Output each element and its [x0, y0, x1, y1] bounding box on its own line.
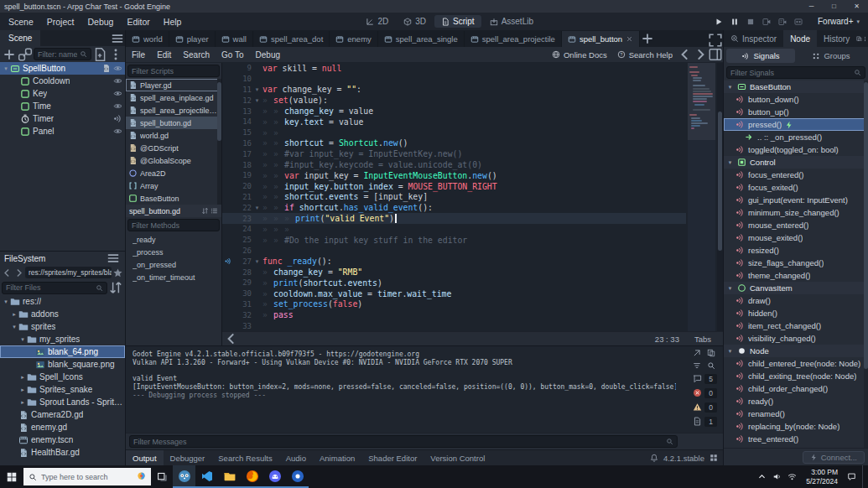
workspace-3d[interactable]: 3D [397, 15, 433, 28]
code-line-18[interactable]: 18»»#input_key.keycode = value.unicode_a… [222, 159, 686, 170]
workspace-script[interactable]: Script [434, 15, 481, 28]
method-item-ready[interactable]: _ready [126, 233, 221, 246]
stop-button[interactable] [743, 15, 758, 29]
scene-node-panel[interactable]: Panel [0, 125, 125, 138]
file-res[interactable]: ▾res:// [0, 295, 125, 308]
script-item-array[interactable]: Array [126, 179, 221, 192]
code-line-28[interactable]: 28»change_key = "RMB" [222, 267, 686, 278]
collapse-arrow-icon[interactable]: ▾ [726, 348, 734, 355]
filter-methods-input[interactable] [132, 221, 216, 230]
code-line-19[interactable]: 19»»var input_key = InputEventMouseButto… [222, 170, 686, 181]
scripts-scrollbar[interactable] [217, 79, 221, 205]
play-button[interactable] [711, 15, 726, 29]
code-line-27[interactable]: 27▾func _ready(): [222, 256, 686, 267]
close-button[interactable]: ✕ [845, 0, 868, 13]
taskbar-search[interactable] [23, 468, 151, 485]
scene-tab-wall[interactable]: wall [216, 31, 253, 47]
file-spell-icons[interactable]: ▸Spell_Icons [0, 371, 125, 383]
collapse-panel-button[interactable] [224, 332, 239, 346]
collapse-arrow-icon[interactable]: ▾ [18, 336, 27, 343]
filesystem-menu-icon[interactable] [106, 252, 121, 266]
code-line-24[interactable]: 24»»» [222, 224, 686, 235]
scene-tab-spell-area-projectile[interactable]: spell_area_projectile [465, 31, 562, 47]
bottom-tab-debugger[interactable]: Debugger [164, 450, 212, 465]
file-blank-64-png[interactable]: blank_64.png [0, 345, 125, 358]
scene-tab-player[interactable]: player [169, 31, 216, 47]
code-line-31[interactable]: 31»set_process(false) [222, 299, 686, 310]
volume-icon[interactable] [772, 472, 782, 481]
script-item-gdscript[interactable]: @GDScript [126, 142, 221, 154]
dock-menu-icon[interactable] [110, 31, 125, 45]
workspace-2d[interactable]: 2D [359, 15, 395, 28]
signal-mouse-exited[interactable]: mouse_exited() [724, 231, 868, 244]
search-output-button[interactable] [705, 360, 717, 371]
code-line-10[interactable]: 10 [222, 74, 686, 85]
online-docs-button[interactable]: Online Docs [547, 50, 612, 60]
collapse-arrow-icon[interactable]: ▾ [2, 299, 10, 305]
clear-output-button[interactable] [691, 347, 703, 358]
file-camera2d-gd[interactable]: Camera2D.gd [0, 408, 125, 421]
eye-icon[interactable] [113, 76, 122, 86]
nav-back-button[interactable] [2, 267, 13, 278]
workspace-assetlib[interactable]: AssetLib [483, 15, 540, 28]
code-line-15[interactable]: 15»» [222, 127, 686, 138]
fold-arrow-icon[interactable]: ▾ [252, 97, 262, 104]
method-item-process[interactable]: _process [126, 246, 221, 258]
current-path[interactable]: res://sprites/my_sprites/bla [25, 267, 112, 278]
panel-layout-icon[interactable] [709, 454, 718, 462]
menu-scene[interactable]: Scene [2, 13, 40, 30]
taskbar-app-godot[interactable] [173, 465, 195, 488]
bottom-tab-animation[interactable]: Animation [313, 450, 361, 465]
signal-child-exiting-tree-node-node[interactable]: child_exiting_tree(node: Node) [724, 370, 868, 382]
collapse-arrow-icon[interactable]: ▾ [726, 159, 734, 166]
close-icon[interactable] [626, 35, 633, 43]
distraction-free-button[interactable] [708, 33, 723, 47]
signal-draw[interactable]: draw() [724, 294, 868, 307]
file-enemy-gd[interactable]: enemy.gd [0, 421, 125, 433]
signal-button-up[interactable]: button_up() [724, 106, 868, 118]
signal-focus-entered[interactable]: focus_entered() [724, 169, 868, 181]
start-button[interactable] [0, 465, 23, 488]
code-line-11[interactable]: 11▾var change_key = "": [222, 85, 686, 96]
script-item-basebutton[interactable]: BaseButton [126, 192, 221, 205]
script-menu-search[interactable]: Search [177, 50, 216, 60]
method-item-on-pressed[interactable]: _on_pressed [126, 258, 221, 271]
menu-debug[interactable]: Debug [81, 13, 120, 30]
eye-icon[interactable] [113, 89, 122, 98]
scene-node-key[interactable]: Key [0, 87, 125, 100]
scene-node-spellbutton[interactable]: ▾SpellButton [0, 62, 125, 75]
scene-tab-world[interactable]: world [126, 31, 169, 47]
copy-output-button[interactable] [705, 347, 717, 358]
pause-button[interactable] [727, 15, 742, 29]
filter-messages-input[interactable] [133, 438, 663, 446]
code-line-22[interactable]: 22▾»»if shortcut.has_valid_event(): [222, 202, 686, 213]
fold-arrow-icon[interactable]: ▾ [252, 86, 262, 93]
collapse-arrow-icon[interactable]: ▸ [18, 399, 27, 406]
search-highlights-icon[interactable] [137, 471, 146, 480]
bottom-tab-version-control[interactable]: Version Control [424, 450, 491, 465]
scene-tab-spell-area-single[interactable]: spell_area_single [378, 31, 465, 47]
scripts-panel-toggle-button[interactable] [708, 48, 723, 62]
collapse-arrow-icon[interactable]: ▾ [726, 84, 734, 91]
script-item-world-gd[interactable]: world.gd [126, 129, 221, 142]
sort-methods-icon[interactable] [201, 207, 209, 215]
taskbar-app-firefox[interactable] [241, 465, 263, 488]
signal-child-order-changed[interactable]: child_order_changed() [724, 382, 868, 395]
signal-button-down[interactable]: button_down() [724, 93, 868, 106]
sort-files-button[interactable] [108, 281, 123, 295]
dock-tab-history[interactable]: History [817, 30, 856, 47]
script-menu-go-to[interactable]: Go To [216, 50, 250, 60]
dock-tab-node[interactable]: Node [783, 30, 817, 47]
collapse-arrow-icon[interactable]: ▸ [18, 387, 27, 393]
code-line-16[interactable]: 16»»shortcut = Shortcut.new() [222, 138, 686, 149]
eye-icon[interactable] [113, 101, 122, 111]
bottom-tab-search-results[interactable]: Search Results [211, 450, 278, 465]
taskbar-search-input[interactable] [41, 473, 133, 481]
search-help-button[interactable]: ? Search Help [612, 50, 678, 60]
script-item-area2d[interactable]: Area2D [126, 167, 221, 179]
menu-editor[interactable]: Editor [120, 13, 156, 30]
code-line-13[interactable]: 13»»change_key = value [222, 106, 686, 117]
script-item-player-gd[interactable]: Player.gd [126, 79, 221, 91]
minimap[interactable] [688, 63, 715, 331]
subtab-signals[interactable]: Signals [726, 49, 795, 63]
